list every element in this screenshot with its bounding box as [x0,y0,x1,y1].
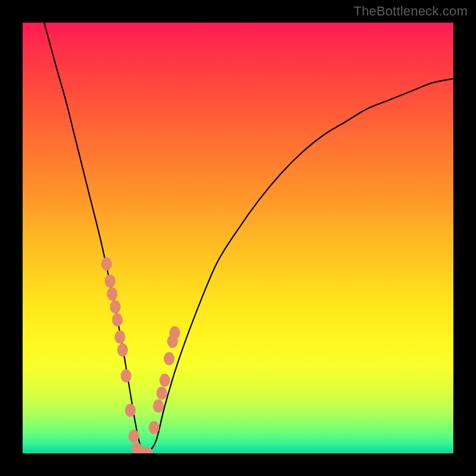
bottleneck-curve [44,23,453,453]
marker-dot [115,331,126,344]
marker-dot [129,430,139,443]
marker-dot [105,274,115,287]
chart-frame: TheBottleneck.com [0,0,476,476]
marker-dot [149,421,159,434]
marker-dot [121,369,131,383]
marker-dot [153,399,164,412]
marker-dot [117,343,128,356]
marker-group [101,257,180,453]
plot-area [23,23,453,453]
marker-dot [125,404,136,417]
marker-dot [159,374,170,387]
marker-dot [156,387,167,400]
watermark-text: TheBottleneck.com [353,4,468,19]
marker-dot [112,314,123,327]
marker-dot [107,287,118,300]
marker-dot [164,352,174,365]
marker-dot [101,257,112,270]
marker-dot [170,326,180,339]
chart-svg [23,23,453,453]
marker-dot [110,300,121,314]
